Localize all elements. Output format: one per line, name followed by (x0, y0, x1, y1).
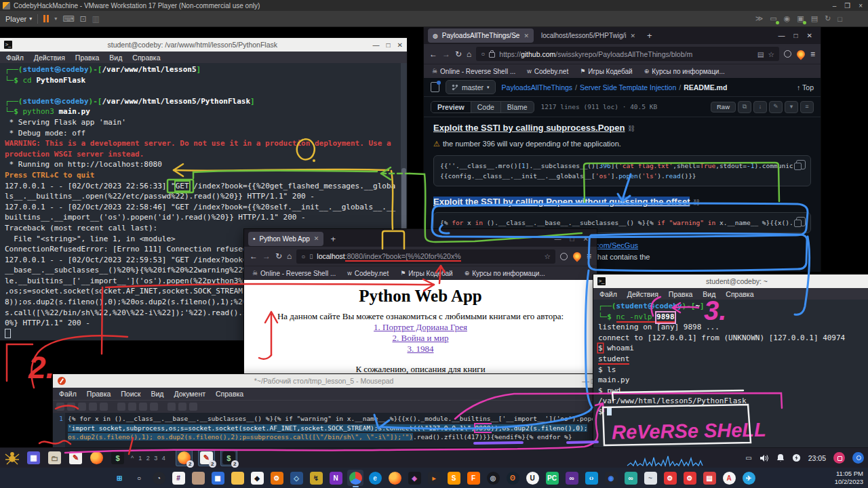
close-button[interactable]: ✕ (397, 41, 403, 49)
taskbar-launcher-icon[interactable]: ✎ (67, 449, 84, 466)
tab-close-icon[interactable]: ✕ (314, 235, 319, 242)
anchor-link-icon[interactable]: ⛓ (693, 199, 700, 206)
menu-item[interactable]: Правка (75, 54, 99, 62)
toolbar-icon[interactable] (56, 403, 64, 411)
taskbar-app-icon[interactable]: ∞ (623, 470, 639, 486)
taskbar-launcher-icon[interactable] (88, 449, 105, 466)
view-tab[interactable]: Blame (501, 102, 534, 113)
codeby-logo-icon[interactable] (4, 450, 20, 466)
menu-item[interactable]: Правка (669, 290, 692, 298)
book-link[interactable]: 2. Война и мир (393, 333, 449, 343)
taskbar-app-icon[interactable]: PC (544, 470, 560, 486)
menu-item[interactable]: Документ (174, 390, 205, 398)
taskbar-app-icon[interactable]: ✈ (741, 470, 757, 486)
display-icon[interactable]: ▭ (745, 454, 751, 462)
menu-item[interactable]: Правка (87, 390, 111, 398)
menu-item[interactable]: Файл (59, 390, 77, 398)
back-icon[interactable]: ← (250, 251, 258, 261)
reload-icon[interactable]: ↻ (275, 251, 282, 261)
toolbar-icon[interactable] (100, 403, 108, 411)
outline-icon[interactable]: ≡ (800, 101, 814, 113)
book-link[interactable]: 1. Портрет Дориана Грея (374, 322, 467, 332)
volume-icon[interactable] (760, 454, 769, 462)
menu-item[interactable]: Файл (599, 290, 617, 298)
taskbar-app-icon[interactable]: S (446, 470, 462, 486)
menu-item[interactable]: Поиск (121, 390, 140, 398)
copy-raw-icon[interactable]: ⧉ (738, 101, 751, 113)
windows-clock[interactable]: 11:05 PM 10/2/2023 (835, 470, 863, 486)
taskbar-app-icon[interactable]: ▦ (210, 470, 226, 486)
send-ctrl-alt-del-icon[interactable]: ⌨ (62, 15, 74, 23)
extension-icon[interactable] (560, 253, 568, 260)
new-tab-button[interactable]: + (326, 234, 340, 244)
edit-dropdown-icon[interactable]: ▾ (785, 101, 798, 113)
vm-device-icon[interactable]: ≫ (755, 14, 764, 23)
file-outline-icon[interactable] (431, 82, 439, 92)
taskbar-app-icon[interactable]: ∞ (564, 470, 580, 486)
toolbar-icon[interactable] (78, 403, 86, 411)
taskbar-app-icon[interactable]: ↯ (308, 470, 324, 486)
vmware-minimize-button[interactable]: – (833, 2, 837, 9)
view-tab[interactable]: Code (471, 102, 501, 113)
taskbar-app-icon[interactable]: ◔ (151, 470, 167, 486)
reload-icon[interactable]: ↻ (455, 49, 462, 59)
taskbar-app-icon[interactable]: ◉ (603, 470, 619, 486)
taskbar-app-icon[interactable]: ▤ (701, 470, 717, 486)
bookmark-item[interactable]: ⊕Курсы по информаци... (465, 270, 545, 277)
reader-mode-icon[interactable]: ▤ (757, 50, 764, 58)
taskbar-app-icon[interactable]: # (170, 470, 186, 486)
taskbar-app-icon[interactable]: N (328, 470, 344, 486)
power-manager-icon[interactable] (792, 453, 801, 462)
bookmark-item[interactable]: wCodeby.net (347, 270, 389, 277)
maximize-button[interactable]: □ (794, 32, 798, 39)
book-link[interactable]: 3. 1984 (408, 344, 434, 354)
copy-icon[interactable] (796, 160, 806, 169)
maximize-button[interactable]: □ (387, 41, 391, 49)
ssti-heading-1[interactable]: Exploit the SSTI by calling subprocess.P… (433, 123, 625, 133)
copy-icon[interactable] (796, 217, 806, 226)
taskbar-app-icon[interactable] (229, 470, 245, 486)
vm-device-icon[interactable]: ◉ (784, 14, 791, 23)
bookmark-item[interactable]: ⚑Игры Кодебай (580, 68, 633, 75)
tray-app-icon[interactable] (852, 452, 864, 464)
taskbar-app-icon[interactable]: F (465, 470, 481, 486)
breadcrumb-folder[interactable]: Server Side Template Injection (580, 83, 676, 92)
taskbar-app-icon[interactable] (347, 470, 363, 486)
menu-item[interactable]: Действия (34, 54, 65, 62)
terminal1-titlebar[interactable]: >_ student@codeby: /var/www/html/lesson5… (0, 38, 407, 52)
taskbar-app-icon[interactable] (387, 470, 403, 486)
minimize-button[interactable]: — (778, 32, 785, 39)
taskbar-app-icon[interactable]: ‹› (583, 470, 599, 486)
shield-icon[interactable]: ○ (481, 50, 485, 58)
vm-clock[interactable]: 23:05 (808, 454, 826, 462)
menu-hamburger-icon[interactable]: ≡ (810, 49, 815, 59)
toolbar-icon[interactable] (150, 403, 158, 411)
code-block-subprocess[interactable]: {{''.__class__.mro()[1].__subclasses__()… (433, 155, 811, 186)
taskbar-app-icon[interactable]: ʘ (505, 470, 521, 486)
view-tab[interactable]: Preview (431, 102, 471, 113)
taskbar-launcher-icon[interactable]: $ (109, 449, 126, 466)
lock-tray-icon[interactable] (833, 452, 845, 464)
bookmark-item[interactable]: ⊕Курсы по информаци... (644, 68, 725, 75)
taskbar-running-app[interactable]: ✎2 (198, 449, 215, 466)
flame-extension-icon[interactable] (795, 48, 806, 60)
mousepad-editor[interactable]: 1 {% for x in ().__class__.__base__.__su… (53, 413, 600, 448)
terminal2-output[interactable]: ┌──(student㉿codeby)-[~]└─$ nc -nvlp 9898… (593, 300, 868, 447)
raw-button[interactable]: Raw (711, 102, 736, 113)
taskbar-app-icon[interactable]: ⊞ (111, 470, 127, 486)
extension-icon[interactable] (784, 50, 791, 58)
maximize-button[interactable]: □ (570, 235, 574, 243)
url-bar[interactable]: ○ ▯ localhost:8080/index?book={%%20for%2… (296, 249, 555, 264)
menu-item[interactable]: Действия (627, 290, 658, 298)
url-bar[interactable]: ○ https://github.com/swisskyrepo/Payload… (476, 47, 779, 61)
taskbar-app-icon[interactable]: ◇ (288, 470, 304, 486)
toolbar-icon[interactable] (128, 403, 136, 411)
bookmark-item[interactable]: ⚑Игры Кодебай (400, 270, 453, 277)
bookmark-item[interactable]: wCodeby.net (527, 68, 568, 75)
taskbar-app-icon[interactable]: ◆ (249, 470, 265, 486)
fullscreen-icon[interactable]: ⊡ (80, 15, 87, 23)
taskbar-app-icon[interactable]: ◎ (485, 470, 501, 486)
workspace-switcher[interactable]: 1 2 3 4 (138, 455, 167, 462)
taskbar-app-icon[interactable]: A (721, 470, 737, 486)
home-icon[interactable]: ⌂ (467, 49, 471, 59)
